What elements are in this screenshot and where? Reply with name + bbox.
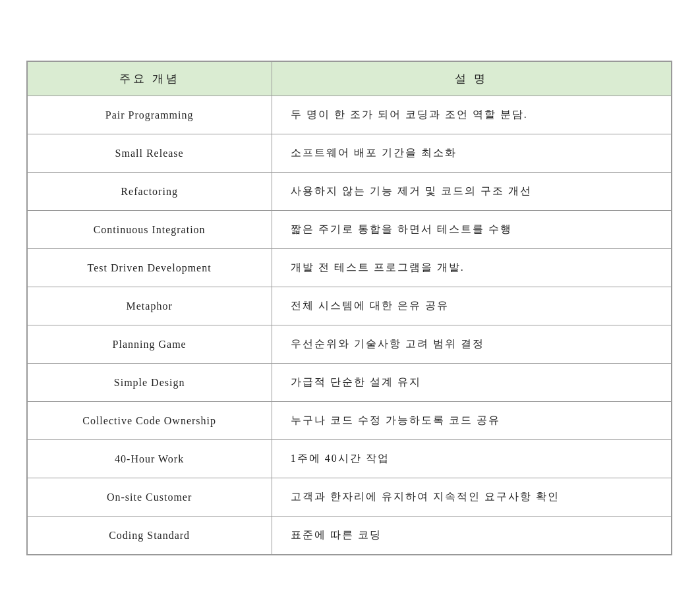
- table-row: On-site Customer고객과 한자리에 유지하여 지속적인 요구사항 …: [27, 478, 671, 517]
- description-cell: 전체 시스템에 대한 은유 공유: [272, 287, 671, 325]
- description-cell: 개발 전 테스트 프로그램을 개발.: [272, 249, 671, 287]
- concept-cell: Collective Code Ownership: [27, 402, 272, 440]
- concept-cell: 40-Hour Work: [27, 440, 272, 478]
- concept-cell: On-site Customer: [27, 478, 272, 517]
- description-cell: 누구나 코드 수정 가능하도록 코드 공유: [272, 402, 671, 440]
- table-row: Planning Game우선순위와 기술사항 고려 범위 결정: [27, 325, 671, 364]
- table-row: Test Driven Development개발 전 테스트 프로그램을 개발…: [27, 249, 671, 287]
- table-row: Refactoring사용하지 않는 기능 제거 및 코드의 구조 개선: [27, 173, 671, 211]
- concept-cell: Refactoring: [27, 173, 272, 211]
- description-cell: 표준에 따른 코딩: [272, 517, 671, 555]
- description-cell: 우선순위와 기술사항 고려 범위 결정: [272, 325, 671, 364]
- table-row: Pair Programming두 명이 한 조가 되어 코딩과 조언 역할 분…: [27, 96, 671, 134]
- concept-cell: Continuous Integration: [27, 211, 272, 249]
- table-row: Collective Code Ownership누구나 코드 수정 가능하도록…: [27, 402, 671, 440]
- description-cell: 짧은 주기로 통합을 하면서 테스트를 수행: [272, 211, 671, 249]
- table-row: Simple Design가급적 단순한 설계 유지: [27, 364, 671, 402]
- concept-cell: Coding Standard: [27, 517, 272, 555]
- concept-cell: Test Driven Development: [27, 249, 272, 287]
- header-description: 설 명: [272, 62, 671, 96]
- concept-table: 주요 개념 설 명 Pair Programming두 명이 한 조가 되어 코…: [27, 61, 672, 555]
- table-row: 40-Hour Work1주에 40시간 작업: [27, 440, 671, 478]
- description-cell: 가급적 단순한 설계 유지: [272, 364, 671, 402]
- description-cell: 두 명이 한 조가 되어 코딩과 조언 역할 분담.: [272, 96, 671, 134]
- concept-cell: Metaphor: [27, 287, 272, 325]
- table-row: Continuous Integration짧은 주기로 통합을 하면서 테스트…: [27, 211, 671, 249]
- concept-cell: Pair Programming: [27, 96, 272, 134]
- concept-cell: Simple Design: [27, 364, 272, 402]
- description-cell: 고객과 한자리에 유지하여 지속적인 요구사항 확인: [272, 478, 671, 517]
- description-cell: 1주에 40시간 작업: [272, 440, 671, 478]
- main-table-container: 주요 개념 설 명 Pair Programming두 명이 한 조가 되어 코…: [26, 61, 672, 555]
- header-row: 주요 개념 설 명: [27, 62, 671, 96]
- description-cell: 소프트웨어 배포 기간을 최소화: [272, 134, 671, 173]
- table-row: Small Release소프트웨어 배포 기간을 최소화: [27, 134, 671, 173]
- description-cell: 사용하지 않는 기능 제거 및 코드의 구조 개선: [272, 173, 671, 211]
- concept-cell: Planning Game: [27, 325, 272, 364]
- table-row: Coding Standard표준에 따른 코딩: [27, 517, 671, 555]
- concept-cell: Small Release: [27, 134, 272, 173]
- table-row: Metaphor전체 시스템에 대한 은유 공유: [27, 287, 671, 325]
- header-concept: 주요 개념: [27, 62, 272, 96]
